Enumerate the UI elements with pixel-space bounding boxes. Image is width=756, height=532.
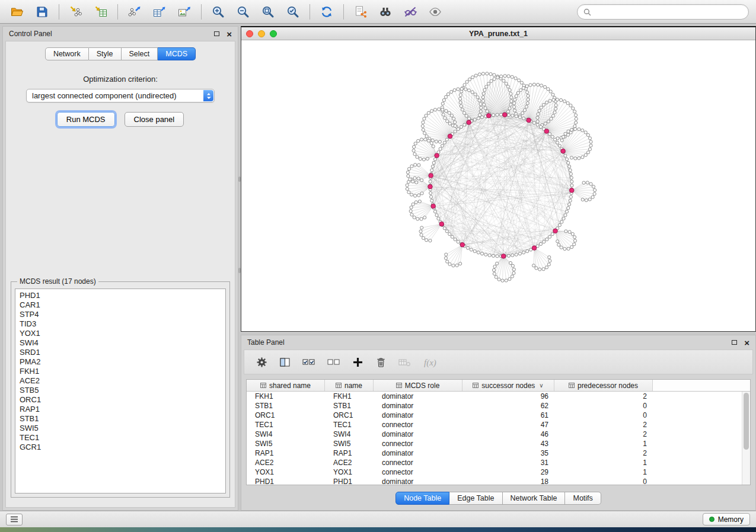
table-row[interactable]: STB1STB1dominator620 (247, 401, 742, 411)
zoom-selected-button[interactable] (280, 2, 305, 22)
float-panel-icon[interactable] (732, 340, 737, 345)
show-all-button[interactable] (423, 2, 448, 22)
mcds-result-item[interactable]: TID3 (15, 319, 225, 329)
binoculars-icon (378, 5, 393, 19)
toolbar-separator (343, 4, 344, 20)
mcds-result-item[interactable]: GCR1 (15, 443, 225, 452)
table-cell: ORC1 (247, 411, 325, 419)
search-input[interactable] (595, 8, 742, 16)
refresh-view-button[interactable] (314, 2, 339, 22)
table-row[interactable]: SWI4SWI4dominator462 (247, 430, 742, 439)
column-header-mcds-role[interactable]: MCDS role (374, 380, 462, 391)
close-panel-button[interactable]: Close panel (125, 112, 184, 127)
float-panel-icon[interactable] (214, 31, 219, 36)
criterion-dropdown[interactable]: largest connected component (undirected) (26, 89, 215, 102)
export-image-button[interactable] (172, 2, 197, 22)
open-session-button[interactable] (5, 2, 30, 22)
open-folder-icon (10, 5, 24, 19)
run-mcds-button[interactable]: Run MCDS (57, 112, 115, 127)
scrollbar-thumb[interactable] (744, 393, 749, 450)
window-zoom-button[interactable] (270, 30, 277, 37)
show-panel-list-button[interactable] (6, 514, 23, 525)
mcds-result-item[interactable]: RAP1 (15, 405, 225, 414)
mcds-result-item[interactable]: PHD1 (15, 291, 225, 300)
close-panel-icon[interactable]: × (227, 30, 232, 39)
table-cell: RAP1 (247, 449, 325, 457)
network-canvas[interactable] (241, 41, 755, 331)
table-cell: 0 (554, 477, 653, 485)
search-box[interactable] (577, 4, 749, 20)
mcds-result-item[interactable]: STB1 (15, 414, 225, 424)
mcds-result-item[interactable]: FKH1 (15, 367, 225, 376)
table-header-filler (653, 380, 750, 391)
table-row[interactable]: YOX1YOX1connector291 (247, 467, 742, 477)
table-panel: Table Panel × f(x) shared namenameMCDS r… (241, 335, 756, 511)
import-table-button[interactable] (88, 2, 113, 22)
share-document-button[interactable] (348, 2, 373, 22)
mcds-result-item[interactable]: STB5 (15, 386, 225, 395)
export-network-button[interactable] (122, 2, 147, 22)
zoom-fit-icon (261, 5, 275, 19)
export-table-button[interactable] (147, 2, 172, 22)
mcds-result-item[interactable]: STP4 (15, 310, 225, 319)
column-header-name[interactable]: name (325, 380, 374, 391)
table-row[interactable]: RAP1RAP1dominator352 (247, 448, 742, 458)
table-row[interactable]: ACE2ACE2connector311 (247, 458, 742, 467)
mcds-result-item[interactable]: PMA2 (15, 357, 225, 367)
table-toolbar: f(x) (244, 350, 753, 374)
zoom-in-button[interactable] (206, 2, 231, 22)
tab-style[interactable]: Style (89, 47, 122, 60)
table-tab-motifs[interactable]: Motifs (565, 492, 601, 505)
tab-mcds[interactable]: MCDS (158, 47, 196, 60)
network-edges (407, 73, 595, 280)
memory-button[interactable]: Memory (703, 513, 750, 525)
table-scrollbar[interactable] (742, 392, 750, 485)
table-row[interactable]: FKH1FKH1dominator962 (247, 392, 742, 401)
table-tab-network-table[interactable]: Network Table (503, 492, 566, 505)
table-tab-node-table[interactable]: Node Table (395, 492, 449, 505)
show-columns-button[interactable] (278, 355, 292, 369)
table-row[interactable]: SWI5SWI5connector431 (247, 439, 742, 448)
table-cell: connector (374, 440, 462, 448)
network-graph[interactable] (241, 41, 755, 331)
mcds-result-item[interactable]: ORC1 (15, 395, 225, 405)
mcds-result-item[interactable]: CAR1 (15, 300, 225, 310)
mcds-result-item[interactable]: YOX1 (15, 329, 225, 338)
mcds-result-item[interactable]: SWI4 (15, 338, 225, 348)
mcds-result-item[interactable]: TEC1 (15, 433, 225, 443)
table-cell: dominator (374, 477, 462, 485)
export-table-icon (152, 5, 167, 19)
import-network-button[interactable] (63, 2, 88, 22)
zoom-out-button[interactable] (231, 2, 256, 22)
table-row[interactable]: ORC1ORC1dominator610 (247, 411, 742, 420)
mcds-result-item[interactable]: SWI5 (15, 424, 225, 433)
select-all-button[interactable] (301, 355, 317, 369)
column-label: predecessor nodes (578, 382, 638, 390)
window-minimize-button[interactable] (258, 30, 265, 37)
mcds-result-list[interactable]: PHD1CAR1STP4TID3YOX1SWI4SRD1PMA2FKH1ACE2… (15, 289, 226, 493)
table-row[interactable]: PHD1PHD1dominator180 (247, 477, 742, 485)
table-tab-edge-table[interactable]: Edge Table (449, 492, 502, 505)
table-panel-header: Table Panel × (241, 335, 755, 350)
zoom-fit-button[interactable] (256, 2, 280, 22)
mcds-result-item[interactable]: ACE2 (15, 376, 225, 386)
hide-selection-button[interactable] (398, 2, 423, 22)
table-cell: RAP1 (325, 449, 374, 457)
table-mode-button[interactable] (255, 355, 269, 369)
delete-column-button[interactable] (374, 355, 388, 369)
column-header-successor-nodes[interactable]: successor nodes∨ (462, 380, 554, 391)
mcds-result-item[interactable]: SRD1 (15, 348, 225, 357)
tab-network[interactable]: Network (45, 47, 89, 60)
window-close-button[interactable] (246, 30, 253, 37)
main-toolbar (0, 0, 756, 24)
new-column-button[interactable] (351, 355, 365, 369)
table-row[interactable]: TEC1TEC1connector472 (247, 420, 742, 430)
table-cell: 61 (462, 411, 554, 419)
column-header-predecessor-nodes[interactable]: predecessor nodes (554, 380, 653, 391)
find-button[interactable] (373, 2, 398, 22)
save-session-button[interactable] (30, 2, 55, 22)
close-panel-icon[interactable]: × (744, 338, 749, 347)
tab-select[interactable]: Select (122, 47, 158, 60)
column-header-shared-name[interactable]: shared name (247, 380, 325, 391)
deselect-all-button[interactable] (326, 355, 342, 369)
